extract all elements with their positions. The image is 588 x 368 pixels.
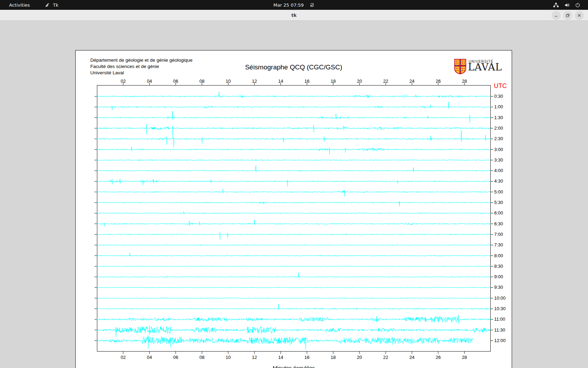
clock-button[interactable]: Mar 25 07:59 (273, 2, 304, 8)
x-tick-label-bottom: 14 (270, 355, 291, 360)
x-tick-label-bottom: 28 (454, 355, 475, 360)
x-tick-label-bottom: 04 (139, 355, 160, 360)
seismogram-trace (97, 326, 491, 337)
seismogram-trace (97, 179, 491, 186)
x-tick-label-bottom: 06 (165, 355, 186, 360)
y-time-label: 9:30 (494, 285, 503, 290)
power-icon (575, 2, 580, 8)
seismogram-trace (97, 273, 491, 278)
volume-icon (564, 2, 570, 8)
y-time-label: 4:30 (494, 178, 503, 184)
seismogram-trace (97, 298, 491, 299)
utc-label: UTC (494, 82, 507, 90)
seismogram-trace (97, 253, 491, 257)
seismogram-trace (97, 124, 491, 138)
x-tick-label-bottom: 26 (428, 355, 449, 360)
y-time-label: 5:00 (494, 189, 503, 195)
window-title: tk (0, 10, 588, 21)
seismogram-trace (97, 232, 491, 240)
y-time-label: 1:30 (494, 115, 503, 120)
system-tray[interactable] (553, 0, 588, 10)
seismogram-trace (97, 189, 491, 197)
y-time-label: 2:00 (494, 125, 503, 131)
y-time-label: 5:30 (494, 200, 503, 205)
x-tick-label-bottom: 02 (113, 355, 134, 360)
x-tick-label-bottom: 20 (349, 355, 370, 360)
seismogram-trace (97, 147, 491, 155)
seismogram-trace (97, 266, 491, 267)
x-tick-label-bottom: 16 (296, 355, 317, 360)
app-indicator[interactable]: Tk (44, 2, 58, 8)
y-time-label: 7:30 (494, 242, 503, 247)
app-indicator-label: Tk (53, 2, 58, 8)
x-tick-label-bottom: 10 (218, 355, 239, 360)
system-bar: Activities Tk Mar 25 07:59 (0, 0, 588, 10)
y-time-label: 2:30 (494, 136, 503, 141)
window-content: Département de géologie et de génie géol… (0, 21, 588, 368)
seismogram-trace (97, 212, 491, 214)
seismogram-trace (97, 304, 491, 310)
seismogram-trace (97, 165, 491, 172)
y-time-label: 1:00 (494, 104, 503, 109)
seismogram-trace (97, 287, 491, 288)
seismogram-trace (97, 102, 491, 110)
window-titlebar[interactable]: tk (0, 10, 588, 21)
y-time-label: 12:00 (494, 338, 506, 343)
activities-button[interactable]: Activities (7, 2, 32, 8)
seismogram-trace (97, 245, 491, 245)
seismogram-trace (97, 201, 491, 206)
y-time-label: 0:30 (494, 94, 503, 99)
seismogram-trace (97, 92, 491, 98)
seismo-page: Département de géologie et de génie géol… (75, 50, 512, 368)
x-axis-title: Minutes écoulées (97, 365, 491, 368)
minimize-button[interactable] (552, 11, 561, 20)
maximize-button[interactable] (563, 11, 572, 20)
seismogram-trace (97, 159, 491, 161)
seismogram-trace (97, 220, 491, 227)
x-tick-label-bottom: 12 (244, 355, 265, 360)
y-time-label: 3:30 (494, 157, 503, 163)
y-time-label: 10:00 (494, 295, 506, 301)
x-tick-label-bottom: 18 (323, 355, 344, 360)
chart-area: UTC Minutes écoulées 0202040406060808101… (76, 50, 512, 368)
tk-feather-icon (44, 2, 50, 8)
y-time-label: 6:30 (494, 221, 503, 226)
seismogram-trace (97, 130, 491, 147)
y-time-label: 10:30 (494, 306, 506, 311)
close-button[interactable] (575, 11, 584, 20)
y-time-label: 8:00 (494, 253, 503, 258)
network-icon (553, 2, 559, 8)
y-time-label: 6:00 (494, 210, 503, 216)
seismogram-trace (97, 315, 491, 323)
y-time-label: 11:00 (494, 316, 505, 322)
seismogram-canvas (97, 85, 491, 352)
y-time-label: 7:00 (494, 232, 503, 237)
y-time-label: 8:30 (494, 264, 503, 269)
x-tick-label-bottom: 24 (401, 355, 422, 360)
y-time-label: 3:00 (494, 147, 503, 152)
seismogram-trace (97, 335, 472, 350)
x-tick-label-bottom: 08 (191, 355, 212, 360)
y-time-label: 4:00 (494, 168, 503, 173)
y-time-label: 9:00 (494, 274, 503, 279)
seismogram-trace (97, 111, 491, 123)
y-time-label: 11:30 (494, 327, 505, 333)
x-tick-label-bottom: 22 (375, 355, 396, 360)
notifications-muted-icon (309, 2, 315, 8)
